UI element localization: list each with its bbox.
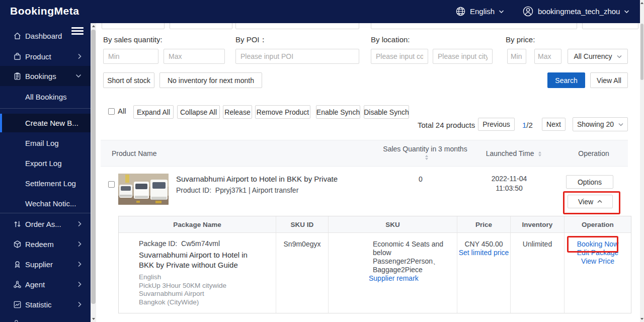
sidebar-divider (0, 108, 91, 109)
page-size-select[interactable]: Showing 20 (573, 117, 628, 131)
options-button[interactable]: Options (566, 175, 613, 189)
enable-synch-button[interactable]: Enable Synch (316, 105, 360, 119)
location-filter-label: By location: (371, 35, 410, 44)
product-thumbnail (118, 174, 169, 205)
view-all-button[interactable]: View All (590, 72, 628, 88)
sort-icon[interactable] (538, 151, 541, 156)
main-content: By sales quantity: By POI： By location: … (96, 23, 640, 322)
product-id-line: Product ID: Ppryj37k1 | Airport transfer (176, 186, 298, 194)
sales-max-input[interactable] (164, 49, 225, 64)
sidebar-item-partial[interactable]: ▁▁▁ (0, 318, 91, 322)
disable-synch-button[interactable]: Disable Synch (364, 105, 409, 119)
sidebar-item-supplier[interactable]: Supplier (0, 256, 91, 272)
poi-input[interactable] (235, 49, 359, 64)
total-products-label: Total 24 products (418, 121, 475, 129)
person-gear-icon (13, 319, 22, 322)
launched-time-value: 2022-11-04 11:03:50 (463, 174, 555, 193)
sidebar-item-agent[interactable]: Agent (0, 276, 91, 292)
page-count-suffix: /2 (526, 121, 533, 129)
cutoff-input[interactable] (371, 23, 577, 29)
package-id-line: Package ID: Cw5m74vml (139, 239, 271, 248)
package-language: English (139, 273, 271, 282)
scroll-down-icon[interactable] (640, 316, 644, 321)
language-label: English (470, 7, 495, 16)
sidebar-item-create-new-booking[interactable]: Create New B... (0, 114, 91, 132)
sidebar-item-product[interactable]: Product (0, 48, 91, 64)
sidebar-item-email-log[interactable]: Email Log (0, 135, 91, 151)
supplier-remark-link[interactable]: Supplier remark (369, 274, 456, 283)
language-switcher[interactable]: English (455, 6, 504, 17)
scroll-up-icon[interactable] (91, 24, 96, 29)
no-inventory-button[interactable]: No inventory for next month (159, 72, 262, 88)
col-operation: Operation (564, 216, 631, 232)
home-icon (13, 32, 22, 40)
poi-filter-label: By POI： (235, 35, 267, 45)
col-operation: Operation (559, 149, 628, 157)
previous-page-button[interactable]: Previous (478, 118, 515, 131)
scrollbar-thumb[interactable] (640, 24, 643, 80)
sidebar-item-wechat-notice[interactable]: Wechat Notic... (0, 195, 91, 211)
price-min-input[interactable] (507, 49, 526, 64)
package-pickup: PickUp 3Hour 50KM citywide (139, 282, 271, 290)
search-button[interactable]: Search (547, 72, 585, 88)
scroll-up-icon[interactable] (640, 1, 644, 6)
operation-cell: Booking Now Edit Package View Price (564, 233, 631, 313)
sidebar-item-redeem[interactable]: Redeem (0, 236, 91, 252)
city-input[interactable] (433, 49, 493, 64)
view-toggle-button[interactable]: View (568, 195, 613, 208)
select-all-checkbox[interactable] (108, 108, 115, 115)
sidebar-item-order-assistant[interactable]: Order As... (0, 216, 91, 232)
username-label: bookingmeta_tech_zhou (538, 7, 620, 16)
sales-min-input[interactable] (103, 49, 158, 64)
currency-select[interactable]: All Currency (568, 49, 628, 64)
release-button[interactable]: Release (223, 105, 252, 119)
edit-package-link[interactable]: Edit Package (565, 249, 631, 257)
chevron-up-icon (597, 200, 602, 203)
price-max-input[interactable] (534, 49, 561, 64)
content-scrollbar[interactable] (91, 23, 96, 322)
cutoff-input[interactable] (102, 23, 165, 29)
remove-product-button[interactable]: Remove Product (255, 105, 310, 119)
cutoff-input[interactable] (582, 23, 638, 29)
col-sales-quantity[interactable]: Sales Quantity in 3 months (380, 145, 470, 161)
sku-desc: Passenger2Person、 (373, 257, 456, 266)
select-all-label: All (118, 107, 126, 115)
cutoff-input[interactable] (170, 23, 232, 29)
scroll-down-icon[interactable] (91, 316, 96, 321)
page-scrollbar[interactable] (640, 0, 644, 322)
sidebar-item-settlement-log[interactable]: Settlement Log (0, 175, 91, 191)
user-menu[interactable]: bookingmeta_tech_zhou (522, 6, 629, 17)
col-inventory: Inventory (510, 216, 564, 232)
package-table: Package Name SKU ID SKU Price Inventory … (118, 216, 631, 313)
sidebar-item-export-log[interactable]: Export Log (0, 155, 91, 171)
product-table-header: Product Name Sales Quantity in 3 months … (101, 140, 628, 167)
col-package-name: Package Name (119, 216, 276, 232)
package-title: Suvarnabhumi Airport to Hotel in BKK by … (139, 250, 260, 270)
set-limited-price-link[interactable]: Set limited price (457, 249, 510, 257)
sales-quantity-filter-label: By sales quantity: (103, 35, 163, 44)
expand-all-button[interactable]: Expand All (133, 105, 174, 119)
sort-icon[interactable] (425, 155, 428, 160)
price-filter-label: By price: (506, 35, 535, 44)
col-sku-id: SKU ID (276, 216, 328, 232)
view-price-link[interactable]: View Price (565, 257, 631, 266)
sidebar-item-statistic[interactable]: Statistic (0, 296, 91, 312)
package-table-row: Package ID: Cw5m74vml Suvarnabhumi Airpo… (119, 233, 631, 313)
next-page-button[interactable]: Next (542, 118, 566, 131)
col-sku: SKU (328, 216, 457, 232)
booking-now-link[interactable]: Booking Now (565, 240, 631, 249)
sidebar-collapse-icon[interactable] (71, 27, 84, 35)
product-row-checkbox[interactable] (108, 181, 115, 188)
col-launched-time[interactable]: Launched Time (468, 149, 559, 157)
country-input[interactable] (371, 49, 428, 64)
swap-arrows-icon (13, 220, 22, 228)
chevron-right-icon (77, 221, 82, 227)
sidebar-item-bookings[interactable]: Bookings (0, 66, 91, 86)
cutoff-input[interactable] (235, 23, 359, 29)
price-cell: CNY 450.00 Set limited price (457, 233, 510, 313)
short-of-stock-button[interactable]: Short of stock (103, 72, 154, 88)
sidebar-item-all-bookings[interactable]: All Bookings (0, 89, 91, 105)
collapse-all-button[interactable]: Collapse All (177, 105, 220, 119)
chevron-right-icon (77, 281, 82, 287)
scrollbar-thumb[interactable] (91, 30, 96, 304)
